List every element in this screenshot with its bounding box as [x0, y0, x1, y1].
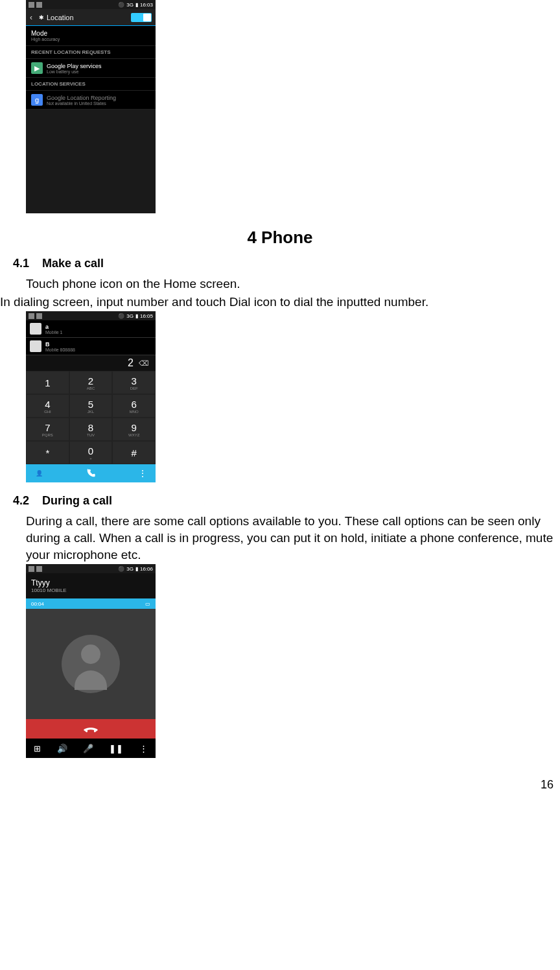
page-number: 16 [541, 778, 554, 792]
section-header-services: LOCATION SERVICES [26, 78, 156, 91]
keypad-key-#[interactable]: # [112, 441, 156, 464]
google-location-reporting-row: g Google Location Reporting Not availabl… [26, 91, 156, 110]
call-timer-bar: 00:04 ▭ [26, 598, 156, 609]
clock: 16:05 [140, 313, 153, 319]
paragraph: In dialing screen, input number and touc… [0, 294, 560, 311]
row-sublabel: Not available in United States [47, 101, 116, 106]
mode-label: Mode [31, 30, 150, 37]
paragraph: Touch phone icon on the Home screen. [26, 276, 560, 292]
caller-avatar [26, 609, 156, 719]
contact-suggestion[interactable]: aMobile 1 [26, 320, 156, 338]
contact-suggestion[interactable]: BMobile 808888 [26, 338, 156, 355]
screenshot-incall: ⚫3G▮16:06 Ttyyy 10010 MOBILE 00:04 ▭ ⊞ 🔊… [26, 564, 156, 758]
caller-number: 10010 MOBILE [31, 587, 150, 593]
keypad-key-*[interactable]: * [26, 441, 69, 464]
caller-name: Ttyyy [31, 578, 150, 587]
page-title: Location [47, 14, 131, 21]
dial-button[interactable] [52, 464, 130, 482]
keypad-key-8[interactable]: 8TUV [69, 418, 113, 441]
paragraph: During a call, there are some call optio… [26, 513, 560, 563]
keypad: 12ABC3DEF4GHI5JKL6MNO7PQRS8TUV9WXYZ*0+# [26, 371, 156, 464]
add-contact-icon[interactable]: 👤 [26, 464, 52, 482]
back-icon[interactable]: ‹ [30, 13, 39, 22]
status-bar: ⚫3G▮16:05 [26, 311, 156, 320]
row-label: Google Location Reporting [47, 95, 116, 101]
keypad-key-6[interactable]: 6MNO [112, 394, 156, 418]
dial-input: 2 ⌫ [26, 355, 156, 371]
clock: 16:03 [140, 2, 153, 8]
screenshot-location: ⚫3G▮16:03 ‹ ✱ Location Mode High accurac… [26, 0, 156, 213]
keypad-key-7[interactable]: 7PQRS [26, 418, 69, 441]
hold-icon[interactable]: ❚❚ [109, 744, 123, 753]
overflow-menu-icon[interactable]: ⋮ [130, 464, 156, 482]
call-options: ⊞ 🔊 🎤 ❚❚ ⋮ [26, 739, 156, 758]
subsection-heading: 4.2During a call [13, 494, 560, 508]
mode-row[interactable]: Mode High accuracy [26, 26, 156, 46]
row-label: Google Play services [47, 63, 102, 69]
backspace-icon[interactable]: ⌫ [139, 359, 150, 368]
speaker-icon[interactable]: 🔊 [57, 744, 67, 753]
gear-icon: ✱ [39, 14, 44, 21]
keypad-key-3[interactable]: 3DEF [112, 371, 156, 394]
status-bar: ⚫3G▮16:06 [26, 564, 156, 573]
keypad-key-4[interactable]: 4GHI [26, 394, 69, 418]
avatar [30, 323, 41, 335]
network-indicator: 3G [126, 2, 134, 8]
keypad-key-2[interactable]: 2ABC [69, 371, 113, 394]
keypad-key-1[interactable]: 1 [26, 371, 69, 394]
keypad-key-9[interactable]: 9WXYZ [112, 418, 156, 441]
section-heading: 4 Phone [0, 228, 560, 248]
keypad-key-5[interactable]: 5JKL [69, 394, 113, 418]
location-toggle[interactable] [131, 13, 152, 22]
row-sublabel: Low battery use [47, 69, 102, 74]
end-call-button[interactable] [26, 719, 156, 739]
call-info: Ttyyy 10010 MOBILE [26, 573, 156, 598]
dialed-number: 2 [128, 357, 134, 369]
subsection-heading: 4.1Make a call [13, 257, 560, 270]
section-header-recent: RECENT LOCATION REQUESTS [26, 46, 156, 59]
network-indicator: 3G [126, 313, 134, 319]
mode-value: High accuracy [31, 37, 150, 41]
keypad-key-0[interactable]: 0+ [69, 441, 113, 464]
mute-icon[interactable]: 🎤 [83, 744, 93, 753]
google-play-services-row[interactable]: ▶ Google Play services Low battery use [26, 59, 156, 78]
google-icon: g [31, 94, 43, 106]
header-bar: ‹ ✱ Location [26, 9, 156, 26]
dial-bar: 👤 ⋮ [26, 464, 156, 482]
call-duration: 00:04 [31, 601, 44, 607]
clock: 16:06 [140, 566, 153, 572]
sim-icon: ▭ [145, 601, 150, 607]
status-bar: ⚫3G▮16:03 [26, 0, 156, 9]
more-icon[interactable]: ⋮ [139, 744, 148, 753]
network-indicator: 3G [126, 566, 134, 572]
avatar [30, 340, 41, 352]
screenshot-dialer: ⚫3G▮16:05 aMobile 1 BMobile 808888 2 ⌫ 1… [26, 311, 156, 482]
dialpad-icon[interactable]: ⊞ [34, 744, 41, 753]
play-icon: ▶ [31, 62, 43, 74]
